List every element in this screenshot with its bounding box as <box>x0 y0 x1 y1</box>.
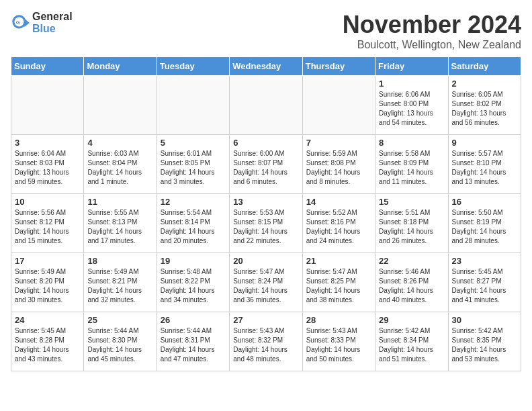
day-info: Sunrise: 5:46 AM Sunset: 8:26 PM Dayligh… <box>379 267 444 305</box>
month-title: November 2024 <box>343 11 521 39</box>
day-info: Sunrise: 5:44 AM Sunset: 8:31 PM Dayligh… <box>161 326 226 364</box>
day-number: 6 <box>233 138 298 148</box>
calendar-cell: 2Sunrise: 6:05 AM Sunset: 8:02 PM Daylig… <box>448 76 521 135</box>
calendar-cell: 24Sunrise: 5:45 AM Sunset: 8:28 PM Dayli… <box>11 312 84 371</box>
calendar-cell: 1Sunrise: 6:06 AM Sunset: 8:00 PM Daylig… <box>375 76 448 135</box>
day-info: Sunrise: 5:45 AM Sunset: 8:27 PM Dayligh… <box>452 267 517 305</box>
day-info: Sunrise: 6:05 AM Sunset: 8:02 PM Dayligh… <box>452 90 517 128</box>
week-row-4: 17Sunrise: 5:49 AM Sunset: 8:20 PM Dayli… <box>11 253 521 312</box>
day-info: Sunrise: 6:03 AM Sunset: 8:04 PM Dayligh… <box>87 149 152 187</box>
calendar-cell: 17Sunrise: 5:49 AM Sunset: 8:20 PM Dayli… <box>11 253 84 312</box>
calendar-cell: 25Sunrise: 5:44 AM Sunset: 8:30 PM Dayli… <box>84 312 157 371</box>
day-number: 9 <box>452 138 517 148</box>
day-info: Sunrise: 5:53 AM Sunset: 8:15 PM Dayligh… <box>233 208 298 246</box>
svg-marker-1 <box>24 19 30 27</box>
svg-text:G: G <box>16 19 20 26</box>
day-number: 12 <box>161 197 226 207</box>
calendar-cell <box>302 76 375 135</box>
calendar-cell: 19Sunrise: 5:48 AM Sunset: 8:22 PM Dayli… <box>157 253 229 312</box>
day-info: Sunrise: 5:57 AM Sunset: 8:10 PM Dayligh… <box>452 149 517 187</box>
day-info: Sunrise: 5:52 AM Sunset: 8:16 PM Dayligh… <box>306 208 371 246</box>
weekday-header-saturday: Saturday <box>448 57 521 76</box>
day-number: 22 <box>379 256 444 266</box>
calendar-table: SundayMondayTuesdayWednesdayThursdayFrid… <box>11 56 521 371</box>
day-number: 3 <box>15 138 80 148</box>
calendar-cell: 14Sunrise: 5:52 AM Sunset: 8:16 PM Dayli… <box>302 194 375 253</box>
week-row-3: 10Sunrise: 5:56 AM Sunset: 8:12 PM Dayli… <box>11 194 521 253</box>
calendar-cell <box>157 76 229 135</box>
logo-general: General <box>32 11 73 22</box>
weekday-header-thursday: Thursday <box>302 57 375 76</box>
week-row-1: 1Sunrise: 6:06 AM Sunset: 8:00 PM Daylig… <box>11 76 521 135</box>
calendar-cell: 3Sunrise: 6:04 AM Sunset: 8:03 PM Daylig… <box>11 135 84 194</box>
day-info: Sunrise: 5:42 AM Sunset: 8:34 PM Dayligh… <box>379 326 444 364</box>
day-info: Sunrise: 5:54 AM Sunset: 8:14 PM Dayligh… <box>161 208 226 246</box>
calendar-cell <box>230 76 302 135</box>
weekday-header-tuesday: Tuesday <box>157 57 229 76</box>
calendar-cell: 8Sunrise: 5:58 AM Sunset: 8:09 PM Daylig… <box>375 135 448 194</box>
calendar-cell: 30Sunrise: 5:42 AM Sunset: 8:35 PM Dayli… <box>448 312 521 371</box>
calendar-cell: 18Sunrise: 5:49 AM Sunset: 8:21 PM Dayli… <box>84 253 157 312</box>
day-number: 5 <box>161 138 226 148</box>
day-info: Sunrise: 5:48 AM Sunset: 8:22 PM Dayligh… <box>161 267 226 305</box>
day-number: 4 <box>87 138 152 148</box>
day-number: 30 <box>452 315 517 325</box>
location-title: Boulcott, Wellington, New Zealand <box>343 39 521 51</box>
day-number: 8 <box>379 138 444 148</box>
day-info: Sunrise: 5:58 AM Sunset: 8:09 PM Dayligh… <box>379 149 444 187</box>
calendar-cell: 28Sunrise: 5:43 AM Sunset: 8:33 PM Dayli… <box>302 312 375 371</box>
calendar-cell: 23Sunrise: 5:45 AM Sunset: 8:27 PM Dayli… <box>448 253 521 312</box>
weekday-header-row: SundayMondayTuesdayWednesdayThursdayFrid… <box>11 57 521 76</box>
calendar-cell: 16Sunrise: 5:50 AM Sunset: 8:19 PM Dayli… <box>448 194 521 253</box>
day-info: Sunrise: 5:51 AM Sunset: 8:18 PM Dayligh… <box>379 208 444 246</box>
day-number: 29 <box>379 315 444 325</box>
logo-icon: G <box>11 13 30 32</box>
day-number: 7 <box>306 138 371 148</box>
calendar-cell: 13Sunrise: 5:53 AM Sunset: 8:15 PM Dayli… <box>230 194 302 253</box>
calendar-cell: 29Sunrise: 5:42 AM Sunset: 8:34 PM Dayli… <box>375 312 448 371</box>
logo-blue: Blue <box>32 23 56 34</box>
day-number: 28 <box>306 315 371 325</box>
day-number: 1 <box>379 79 444 89</box>
calendar-cell: 11Sunrise: 5:55 AM Sunset: 8:13 PM Dayli… <box>84 194 157 253</box>
weekday-header-sunday: Sunday <box>11 57 84 76</box>
day-info: Sunrise: 6:00 AM Sunset: 8:07 PM Dayligh… <box>233 149 298 187</box>
day-number: 11 <box>87 197 152 207</box>
calendar-cell: 4Sunrise: 6:03 AM Sunset: 8:04 PM Daylig… <box>84 135 157 194</box>
day-number: 27 <box>233 315 298 325</box>
day-info: Sunrise: 5:43 AM Sunset: 8:32 PM Dayligh… <box>233 326 298 364</box>
day-number: 20 <box>233 256 298 266</box>
day-info: Sunrise: 6:06 AM Sunset: 8:00 PM Dayligh… <box>379 90 444 128</box>
day-info: Sunrise: 5:55 AM Sunset: 8:13 PM Dayligh… <box>87 208 152 246</box>
day-info: Sunrise: 6:01 AM Sunset: 8:05 PM Dayligh… <box>161 149 226 187</box>
day-number: 26 <box>161 315 226 325</box>
day-info: Sunrise: 5:49 AM Sunset: 8:21 PM Dayligh… <box>87 267 152 305</box>
calendar-cell: 27Sunrise: 5:43 AM Sunset: 8:32 PM Dayli… <box>230 312 302 371</box>
day-info: Sunrise: 5:49 AM Sunset: 8:20 PM Dayligh… <box>15 267 80 305</box>
calendar-cell: 26Sunrise: 5:44 AM Sunset: 8:31 PM Dayli… <box>157 312 229 371</box>
day-number: 25 <box>87 315 152 325</box>
day-number: 10 <box>15 197 80 207</box>
day-number: 24 <box>15 315 80 325</box>
day-number: 16 <box>452 197 517 207</box>
weekday-header-monday: Monday <box>84 57 157 76</box>
day-number: 23 <box>452 256 517 266</box>
weekday-header-friday: Friday <box>375 57 448 76</box>
calendar-cell: 9Sunrise: 5:57 AM Sunset: 8:10 PM Daylig… <box>448 135 521 194</box>
calendar-cell <box>84 76 157 135</box>
logo: G General Blue <box>11 11 73 35</box>
day-info: Sunrise: 6:04 AM Sunset: 8:03 PM Dayligh… <box>15 149 80 187</box>
day-info: Sunrise: 5:44 AM Sunset: 8:30 PM Dayligh… <box>87 326 152 364</box>
day-number: 14 <box>306 197 371 207</box>
day-number: 15 <box>379 197 444 207</box>
calendar-cell: 5Sunrise: 6:01 AM Sunset: 8:05 PM Daylig… <box>157 135 229 194</box>
day-number: 18 <box>87 256 152 266</box>
calendar-cell: 15Sunrise: 5:51 AM Sunset: 8:18 PM Dayli… <box>375 194 448 253</box>
day-info: Sunrise: 5:43 AM Sunset: 8:33 PM Dayligh… <box>306 326 371 364</box>
calendar-cell: 20Sunrise: 5:47 AM Sunset: 8:24 PM Dayli… <box>230 253 302 312</box>
day-number: 13 <box>233 197 298 207</box>
calendar-cell: 21Sunrise: 5:47 AM Sunset: 8:25 PM Dayli… <box>302 253 375 312</box>
day-number: 17 <box>15 256 80 266</box>
page-header: G General Blue November 2024 Boulcott, W… <box>11 11 521 51</box>
day-info: Sunrise: 5:47 AM Sunset: 8:25 PM Dayligh… <box>306 267 371 305</box>
